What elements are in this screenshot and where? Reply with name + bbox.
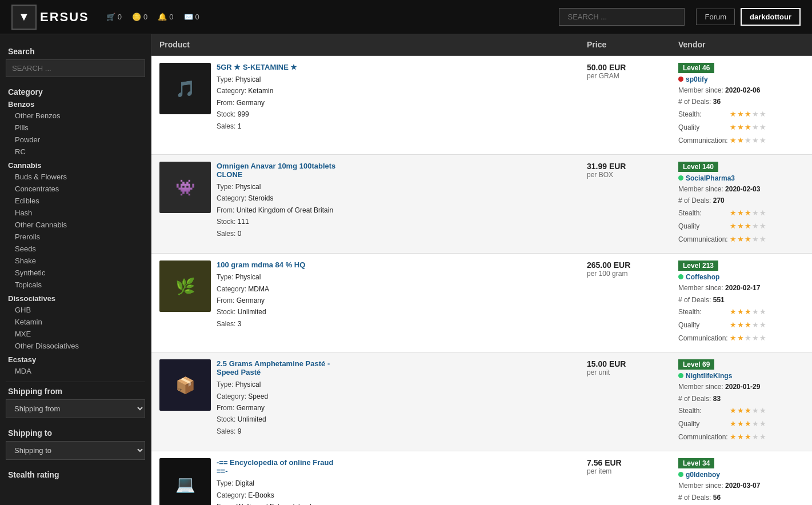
price-col: 15.00 EUR per unit bbox=[587, 359, 678, 376]
product-thumbnail: 🌿 bbox=[159, 260, 211, 312]
product-thumbnail: 🎵 bbox=[159, 63, 211, 114]
mail-icon-item[interactable]: ✉️ 0 bbox=[184, 13, 199, 21]
sidebar-item-prerolls[interactable]: Prerolls bbox=[6, 231, 145, 243]
sidebar-item-topicals[interactable]: Topicals bbox=[6, 279, 145, 291]
vendor-online-dot bbox=[678, 175, 683, 181]
stealth-label: Stealth: bbox=[678, 109, 730, 120]
product-thumbnail: 👾 bbox=[159, 162, 211, 213]
price-main: 265.00 EUR bbox=[587, 260, 678, 270]
price-unit: per GRAM bbox=[587, 72, 678, 80]
col-product: Product bbox=[159, 40, 342, 49]
sidebar-item-rc[interactable]: RC bbox=[6, 146, 145, 158]
sidebar-item-ghb[interactable]: GHB bbox=[6, 304, 145, 316]
vendor-level-badge: Level 34 bbox=[678, 458, 714, 468]
product-title[interactable]: -== Encyclopedia of online Fraud ==- bbox=[217, 458, 342, 475]
product-title[interactable]: 100 gram mdma 84 % HQ bbox=[217, 260, 342, 269]
vendor-name[interactable]: SocialPharma3 bbox=[686, 174, 735, 182]
coin-icon-item[interactable]: 🪙 0 bbox=[132, 13, 147, 21]
vendor-name[interactable]: g0ldenboy bbox=[686, 471, 720, 479]
categories-container: BenzosOther BenzosPillsPowderRCCannabisB… bbox=[6, 100, 145, 377]
product-title[interactable]: 5GR ★ S-KETAMINE ★ bbox=[217, 63, 342, 71]
vendor-meta: Member since: 2020-02-06 # of Deals: 36 … bbox=[678, 85, 804, 147]
product-col: 👾 Omnigen Anavar 10mg 100tablets CLONE T… bbox=[159, 162, 342, 239]
bell-icon-item[interactable]: 🔔 0 bbox=[158, 13, 173, 21]
sidebar-item-shake[interactable]: Shake bbox=[6, 255, 145, 267]
nav-right: Forum darkdottour bbox=[696, 8, 801, 26]
cart-icon-item[interactable]: 🛒 0 bbox=[106, 13, 122, 21]
vendor-name[interactable]: sp0tify bbox=[686, 75, 708, 83]
sidebar-item-other-cannabis[interactable]: Other Cannabis bbox=[6, 219, 145, 231]
vendor-name[interactable]: Coffeshop bbox=[686, 273, 719, 281]
quality-rating-row: Quality ★★★★★ bbox=[678, 220, 804, 233]
products-container: 🎵 5GR ★ S-KETAMINE ★ Type: Physical Cate… bbox=[151, 56, 812, 505]
price-main: 15.00 EUR bbox=[587, 359, 678, 368]
product-col: 📦 2.5 Grams Amphetamine Pasté - Speed Pa… bbox=[159, 359, 342, 437]
sidebar-category-ecstasy[interactable]: Ecstasy bbox=[8, 355, 145, 364]
sidebar-item-synthetic[interactable]: Synthetic bbox=[6, 267, 145, 279]
sidebar-item-mda[interactable]: MDA bbox=[6, 365, 145, 377]
sidebar-item-other-dissociatives[interactable]: Other Dissociatives bbox=[6, 340, 145, 352]
bell-count: 0 bbox=[169, 13, 173, 21]
product-info: -== Encyclopedia of online Fraud ==- Typ… bbox=[217, 458, 342, 505]
shipping-to-select[interactable]: Shipping to bbox=[6, 441, 145, 460]
sidebar-item-other-benzos[interactable]: Other Benzos bbox=[6, 110, 145, 122]
sidebar-search-input[interactable] bbox=[6, 59, 145, 77]
logo-text: ERSUS bbox=[40, 10, 89, 25]
product-info: 2.5 Grams Amphetamine Pasté - Speed Past… bbox=[217, 359, 342, 437]
product-meta: Type: Physical Category: Ketamin From: G… bbox=[217, 74, 342, 132]
price-main: 31.99 EUR bbox=[587, 162, 678, 171]
vendor-meta: Member since: 2020-01-29 # of Deals: 83 … bbox=[678, 381, 804, 443]
stealth-label: Stealth: bbox=[678, 306, 730, 318]
top-search-bar bbox=[559, 8, 685, 26]
product-meta: Type: Digital Category: E-Books From: Wa… bbox=[217, 478, 342, 505]
vendor-name[interactable]: NightlifeKings bbox=[686, 372, 732, 380]
price-col: 265.00 EUR per 100 gram bbox=[587, 260, 678, 278]
table-row: 👾 Omnigen Anavar 10mg 100tablets CLONE T… bbox=[151, 155, 812, 254]
sidebar-item-powder[interactable]: Powder bbox=[6, 134, 145, 146]
category-section-title: Category bbox=[8, 87, 145, 97]
sidebar-item-mxe[interactable]: MXE bbox=[6, 328, 145, 340]
vendor-col: Level 213 Coffeshop Member since: 2020-0… bbox=[678, 260, 804, 345]
search-section-title: Search bbox=[8, 47, 145, 56]
col-details bbox=[342, 40, 587, 49]
sidebar-category-benzos[interactable]: Benzos bbox=[8, 100, 145, 109]
product-title[interactable]: Omnigen Anavar 10mg 100tablets CLONE bbox=[217, 162, 342, 179]
vendor-online-dot bbox=[678, 373, 683, 378]
sidebar-item-concentrates[interactable]: Concentrates bbox=[6, 183, 145, 195]
stealth-rating-label: Stealth rating bbox=[8, 470, 145, 479]
sidebar: Search Category BenzosOther BenzosPillsP… bbox=[0, 34, 151, 505]
price-main: 7.56 EUR bbox=[587, 458, 678, 467]
price-unit: per unit bbox=[587, 368, 678, 376]
forum-button[interactable]: Forum bbox=[696, 9, 735, 25]
logo[interactable]: ▼ ERSUS bbox=[11, 5, 89, 30]
sidebar-item-seeds[interactable]: Seeds bbox=[6, 243, 145, 255]
sidebar-category-cannabis[interactable]: Cannabis bbox=[8, 161, 145, 170]
vendor-online-dot bbox=[678, 472, 683, 477]
sidebar-item-edibles[interactable]: Edibles bbox=[6, 195, 145, 207]
sidebar-item-ketamin[interactable]: Ketamin bbox=[6, 316, 145, 328]
quality-rating-row: Quality ★★★★★ bbox=[678, 319, 804, 331]
price-unit: per BOX bbox=[587, 171, 678, 179]
sidebar-item-hash[interactable]: Hash bbox=[6, 207, 145, 219]
user-button[interactable]: darkdottour bbox=[741, 8, 801, 26]
price-main: 50.00 EUR bbox=[587, 63, 678, 72]
sidebar-category-dissociatives[interactable]: Dissociatives bbox=[8, 294, 145, 303]
table-row: 📦 2.5 Grams Amphetamine Pasté - Speed Pa… bbox=[151, 352, 812, 451]
sidebar-item-pills[interactable]: Pills bbox=[6, 122, 145, 134]
vendor-col: Level 140 SocialPharma3 Member since: 20… bbox=[678, 162, 804, 246]
comm-label: Communication: bbox=[678, 431, 730, 443]
product-title[interactable]: 2.5 Grams Amphetamine Pasté - Speed Past… bbox=[217, 359, 342, 376]
shipping-from-select[interactable]: Shipping from bbox=[6, 399, 145, 418]
vendor-level-badge: Level 140 bbox=[678, 162, 718, 172]
price-col: 31.99 EUR per BOX bbox=[587, 162, 678, 179]
price-col: 7.56 EUR per item bbox=[587, 458, 678, 475]
quality-label: Quality bbox=[678, 122, 730, 133]
quality-rating-row: Quality ★★★★★ bbox=[678, 121, 804, 134]
stealth-label: Stealth: bbox=[678, 207, 730, 219]
sidebar-item-buds---flowers[interactable]: Buds & Flowers bbox=[6, 171, 145, 183]
product-info: 5GR ★ S-KETAMINE ★ Type: Physical Catego… bbox=[217, 63, 342, 132]
top-search-input[interactable] bbox=[559, 8, 685, 26]
stealth-rating-row: Stealth: ★★★★★ bbox=[678, 108, 804, 121]
comm-label: Communication: bbox=[678, 332, 730, 344]
nav-icons: 🛒 0 🪙 0 🔔 0 ✉️ 0 bbox=[106, 13, 199, 21]
